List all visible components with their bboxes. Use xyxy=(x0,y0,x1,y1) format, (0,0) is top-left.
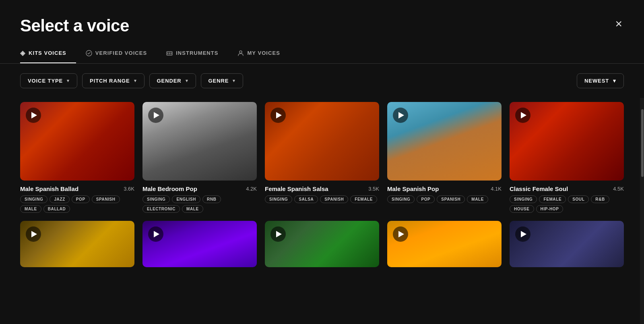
tag[interactable]: SPANISH xyxy=(437,195,465,203)
voice-tags: SINGING ENGLISH RNB ELECTRONIC MALE xyxy=(142,195,257,213)
tag[interactable]: POP xyxy=(72,195,90,203)
voice-card-image xyxy=(142,102,257,181)
tag[interactable]: RNB xyxy=(202,195,221,203)
voice-card-image xyxy=(387,221,502,267)
voice-card-info: Female Spanish Salsa 3.5K xyxy=(265,185,379,192)
voice-card-info: Classic Female Soul 4.5K xyxy=(510,185,624,192)
genre-filter[interactable]: GENRE ▾ xyxy=(201,73,244,88)
voice-card-male-bedroom-pop[interactable]: Male Bedroom Pop 4.2K SINGING ENGLISH RN… xyxy=(142,102,257,213)
voice-card-row2-5[interactable] xyxy=(510,221,624,272)
voice-card-male-spanish-ballad[interactable]: Male Spanish Ballad 3.6K SINGING JAZZ PO… xyxy=(20,102,134,213)
tag[interactable]: MALE xyxy=(467,195,488,203)
genre-chevron: ▾ xyxy=(233,78,235,83)
voice-count: 4.5K xyxy=(613,186,624,192)
gender-filter[interactable]: GENDER ▾ xyxy=(149,73,196,88)
voice-card-image xyxy=(20,221,134,267)
tab-instruments[interactable]: INSTRUMENTS xyxy=(166,44,228,63)
filters-bar: VOICE TYPE ▾ PITCH RANGE ▾ GENDER ▾ GENR… xyxy=(0,64,644,98)
tag[interactable]: SALSA xyxy=(294,195,318,203)
scrollbar-thumb[interactable] xyxy=(641,109,644,177)
voice-card-info: Male Bedroom Pop 4.2K xyxy=(142,185,257,192)
voice-card-image xyxy=(510,102,624,181)
verified-icon xyxy=(86,50,92,57)
voice-card-classic-female-soul[interactable]: Classic Female Soul 4.5K SINGING FEMALE … xyxy=(510,102,624,213)
scrollbar-track xyxy=(640,98,644,324)
svg-rect-4 xyxy=(171,52,171,54)
gender-chevron: ▾ xyxy=(186,78,188,83)
tag[interactable]: SOUL xyxy=(568,195,589,203)
voice-card-row2-3[interactable] xyxy=(265,221,379,272)
tag[interactable]: SINGING xyxy=(20,195,47,203)
tag[interactable]: ELECTRONIC xyxy=(142,205,180,213)
filters-left: VOICE TYPE ▾ PITCH RANGE ▾ GENDER ▾ GENR… xyxy=(20,73,243,88)
play-icon xyxy=(31,231,37,237)
voice-type-filter[interactable]: VOICE TYPE ▾ xyxy=(20,73,77,88)
modal-header: Select a voice × xyxy=(0,0,644,44)
voice-name: Male Spanish Ballad xyxy=(20,185,78,192)
voice-tags: SINGING FEMALE SOUL R&B HOUSE HIP-HOP xyxy=(510,195,624,213)
tab-kits-voices[interactable]: KITS VOICES xyxy=(20,44,76,63)
voice-name: Male Bedroom Pop xyxy=(142,185,197,192)
tab-my-voices-label: MY VOICES xyxy=(247,50,280,56)
tag[interactable]: R&B xyxy=(591,195,609,203)
tag[interactable]: ENGLISH xyxy=(172,195,200,203)
voice-card-info: Male Spanish Ballad 3.6K xyxy=(20,185,134,192)
tag[interactable]: SINGING xyxy=(510,195,537,203)
voice-card-row2-1[interactable] xyxy=(20,221,134,272)
tag[interactable]: HIP-HOP xyxy=(536,205,564,213)
tag[interactable]: BALLAD xyxy=(43,205,70,213)
play-button[interactable] xyxy=(515,108,530,123)
tag[interactable]: JAZZ xyxy=(50,195,69,203)
kits-icon xyxy=(20,49,25,57)
voice-card-row2-4[interactable] xyxy=(387,221,502,272)
tag[interactable]: SINGING xyxy=(265,195,292,203)
voice-card-image xyxy=(265,221,379,267)
voice-name: Female Spanish Salsa xyxy=(265,185,328,192)
svg-rect-2 xyxy=(167,52,168,54)
tag[interactable]: FEMALE xyxy=(350,195,377,203)
tab-verified-voices[interactable]: VERIFIED VOICES xyxy=(86,44,157,63)
voice-name: Male Spanish Pop xyxy=(387,185,439,192)
voice-card-row2-2[interactable] xyxy=(142,221,257,272)
content-area[interactable]: Male Spanish Ballad 3.6K SINGING JAZZ PO… xyxy=(0,98,644,324)
tab-instruments-label: INSTRUMENTS xyxy=(176,50,218,56)
tag[interactable]: SPANISH xyxy=(92,195,120,203)
play-button[interactable] xyxy=(270,108,286,123)
voice-count: 4.1K xyxy=(491,186,502,192)
play-button[interactable] xyxy=(393,226,408,242)
voice-type-label: VOICE TYPE xyxy=(28,78,63,84)
tab-my-voices[interactable]: MY VOICES xyxy=(237,44,289,63)
tag[interactable]: FEMALE xyxy=(539,195,566,203)
play-button[interactable] xyxy=(393,108,408,123)
close-button[interactable]: × xyxy=(613,16,624,31)
play-button[interactable] xyxy=(270,226,286,242)
voice-grid: Male Spanish Ballad 3.6K SINGING JAZZ PO… xyxy=(20,102,624,272)
play-button[interactable] xyxy=(148,108,163,123)
voice-tags: SINGING JAZZ POP SPANISH MALE BALLAD xyxy=(20,195,134,213)
play-icon xyxy=(521,112,526,118)
voice-card-female-spanish-salsa[interactable]: Female Spanish Salsa 3.5K SINGING SALSA … xyxy=(265,102,379,213)
voice-card-male-spanish-pop[interactable]: Male Spanish Pop 4.1K SINGING POP SPANIS… xyxy=(387,102,502,213)
tag[interactable]: MALE xyxy=(20,205,41,213)
play-icon xyxy=(398,231,404,237)
tag[interactable]: POP xyxy=(417,195,435,203)
tag[interactable]: MALE xyxy=(182,205,203,213)
play-icon xyxy=(276,231,282,237)
tag[interactable]: SINGING xyxy=(142,195,170,203)
tag[interactable]: SINGING xyxy=(387,195,415,203)
play-button[interactable] xyxy=(515,226,530,242)
voice-card-image xyxy=(142,221,257,267)
sort-button[interactable]: NEWEST ▾ xyxy=(577,73,624,88)
play-button[interactable] xyxy=(26,226,41,242)
pitch-range-filter[interactable]: PITCH RANGE ▾ xyxy=(82,73,144,88)
voice-count: 4.2K xyxy=(246,186,257,192)
play-button[interactable] xyxy=(148,226,163,242)
tag[interactable]: SPANISH xyxy=(320,195,348,203)
play-button[interactable] xyxy=(26,108,41,123)
tag[interactable]: HOUSE xyxy=(510,205,534,213)
tab-verified-voices-label: VERIFIED VOICES xyxy=(95,50,147,56)
voice-type-chevron: ▾ xyxy=(67,78,70,83)
voice-card-info: Male Spanish Pop 4.1K xyxy=(387,185,502,192)
modal-overlay: Select a voice × KITS VOICES VERIFIED VO… xyxy=(0,0,644,324)
voice-count: 3.5K xyxy=(368,186,379,192)
